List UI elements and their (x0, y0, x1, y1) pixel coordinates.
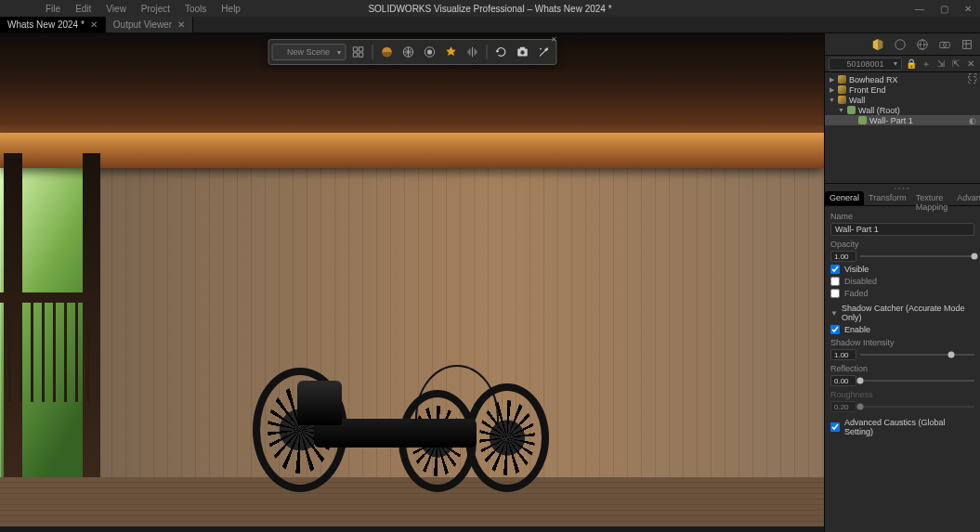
roughness-label: Roughness (830, 390, 974, 399)
scene-dropdown[interactable]: New Scene (271, 44, 346, 60)
tab-advanced[interactable]: Advanced (952, 191, 980, 205)
tab-whats-new[interactable]: Whats New 2024 * ✕ (0, 17, 106, 32)
name-input[interactable] (830, 223, 974, 236)
menu-bar: File Edit View Project Tools Help (0, 0, 247, 17)
render-final-icon[interactable] (441, 43, 460, 61)
visible-checkbox[interactable]: Visible (830, 265, 974, 274)
refresh-icon[interactable] (491, 43, 510, 61)
reflection-slider[interactable] (860, 376, 974, 385)
checkbox-label: Visible (844, 265, 869, 274)
checkbox-label: Disabled (844, 277, 877, 286)
appearance-link-icon[interactable]: ◐ (969, 116, 976, 125)
svg-rect-5 (519, 47, 524, 50)
grid-icon[interactable] (348, 43, 367, 61)
collapse-icon[interactable]: ▶ (829, 86, 835, 93)
add-icon[interactable]: ＋ (921, 58, 932, 70)
part-icon (858, 116, 867, 124)
render-preview-icon[interactable] (377, 43, 396, 61)
toolbar-close-icon[interactable]: ✕ (551, 35, 560, 45)
viewport-bottom-bar (0, 526, 824, 532)
snapshot-icon[interactable] (513, 43, 531, 61)
roughness-value: 0.20 (830, 401, 856, 412)
model-dropdown[interactable]: 50108001 (829, 58, 902, 71)
leaf-icon (849, 117, 856, 123)
denoise-icon[interactable] (463, 43, 481, 61)
tree-label: Wall- Part 1 (869, 116, 913, 125)
opacity-value[interactable]: 1.00 (830, 251, 856, 262)
reflection-value[interactable]: 0.00 (830, 375, 856, 386)
tree-label: Wall (849, 96, 865, 105)
close-icon[interactable]: ✕ (90, 19, 98, 30)
tab-general[interactable]: General (825, 191, 864, 205)
tree-item-wall[interactable]: ▼ Wall (825, 95, 980, 105)
scenes-tab-icon[interactable] (915, 37, 930, 52)
collapse-icon[interactable]: ▼ (838, 107, 844, 113)
properties-panel: Name Opacity 1.00 Visible Disabled Faded… (825, 206, 980, 532)
tab-output-viewer[interactable]: Output Viewer ✕ (106, 17, 193, 32)
model-icon (838, 75, 846, 84)
menu-file[interactable]: File (39, 2, 67, 16)
close-icon[interactable]: ✕ (177, 19, 185, 30)
menu-project[interactable]: Project (135, 2, 176, 16)
viewport-toolbar: New Scene ✕ (268, 39, 556, 65)
tree-label: Wall (Root) (858, 106, 900, 115)
checkbox-label: Faded (844, 289, 869, 298)
menu-view[interactable]: View (99, 2, 133, 16)
title-bar: SOLIDWORKS Visualize Professional – What… (0, 0, 980, 17)
menu-edit[interactable]: Edit (69, 2, 98, 16)
right-panel-category-tabs (825, 33, 980, 56)
appearances-tab-icon[interactable] (893, 37, 908, 52)
maximize-button[interactable]: ▢ (932, 0, 956, 17)
main-area: New Scene ✕ 50108001 🔒 ＋ ⇲ (0, 33, 980, 532)
scene-tree: ⛶ ▶ Bowhead RX ⛶ ▶ Front End ▼ Wall ▼ Wa… (825, 72, 980, 184)
render-fast-icon[interactable] (399, 43, 417, 61)
menu-help[interactable]: Help (215, 2, 247, 16)
tree-item-wall-part1[interactable]: Wall- Part 1 ◐ (825, 115, 980, 125)
tree-item-wall-root[interactable]: ▼ Wall (Root) (825, 105, 980, 115)
tab-label: Output Viewer (113, 19, 172, 30)
tab-texture-mapping[interactable]: Texture Mapping (911, 191, 953, 205)
opacity-slider[interactable] (860, 252, 974, 261)
tree-label: Bowhead RX (849, 75, 898, 84)
advanced-caustics-checkbox[interactable]: Advanced Caustics (Global Setting) (830, 418, 974, 436)
expand-icon[interactable]: ⛶ (969, 72, 977, 82)
tree-item-bowhead[interactable]: ▶ Bowhead RX ⛶ (825, 74, 980, 84)
tab-label: Whats New 2024 * (7, 19, 85, 30)
panel-resize-handle[interactable]: •••• (825, 184, 980, 191)
render-accurate-icon[interactable] (420, 43, 438, 61)
disabled-checkbox[interactable]: Disabled (830, 277, 974, 286)
tree-label: Front End (849, 85, 886, 95)
close-button[interactable]: ✕ (956, 0, 980, 17)
tab-transform[interactable]: Transform (864, 191, 911, 205)
shadow-intensity-value[interactable]: 1.00 (830, 349, 856, 360)
collapse-icon[interactable]: ▼ (830, 309, 838, 318)
minimize-button[interactable]: ― (908, 0, 932, 17)
faded-checkbox[interactable]: Faded (830, 289, 974, 298)
viewport[interactable]: New Scene ✕ (0, 33, 824, 532)
section-label: Shadow Catcher (Accurate Mode Only) (842, 304, 974, 322)
collapse-icon[interactable]: ▼ (829, 97, 835, 103)
shadow-intensity-label: Shadow Intensity (830, 338, 974, 347)
export-icon[interactable]: ⇱ (950, 58, 961, 70)
checkbox-label: Enable (844, 325, 870, 334)
shadow-catcher-section[interactable]: ▼Shadow Catcher (Accurate Mode Only) (830, 304, 974, 322)
magic-wand-icon[interactable] (534, 43, 553, 61)
model-icon (838, 85, 846, 94)
delete-icon[interactable]: ✕ (965, 58, 976, 70)
svg-point-6 (520, 50, 524, 54)
document-tab-bar: Whats New 2024 * ✕ Output Viewer ✕ (0, 17, 980, 33)
svg-point-7 (540, 48, 542, 50)
model-selector-row: 50108001 🔒 ＋ ⇲ ⇱ ✕ (825, 56, 980, 72)
menu-tools[interactable]: Tools (178, 2, 213, 16)
import-icon[interactable]: ⇲ (935, 58, 947, 70)
lock-icon[interactable]: 🔒 (906, 58, 917, 70)
name-label: Name (830, 212, 974, 221)
models-tab-icon[interactable] (870, 37, 885, 52)
libraries-tab-icon[interactable] (960, 37, 974, 52)
enable-checkbox[interactable]: Enable (830, 325, 974, 334)
collapse-icon[interactable]: ▶ (829, 76, 835, 83)
cameras-tab-icon[interactable] (937, 37, 952, 52)
shadow-intensity-slider[interactable] (860, 350, 974, 359)
checkbox-label: Advanced Caustics (Global Setting) (844, 418, 974, 436)
tree-item-frontend[interactable]: ▶ Front End (825, 84, 980, 95)
